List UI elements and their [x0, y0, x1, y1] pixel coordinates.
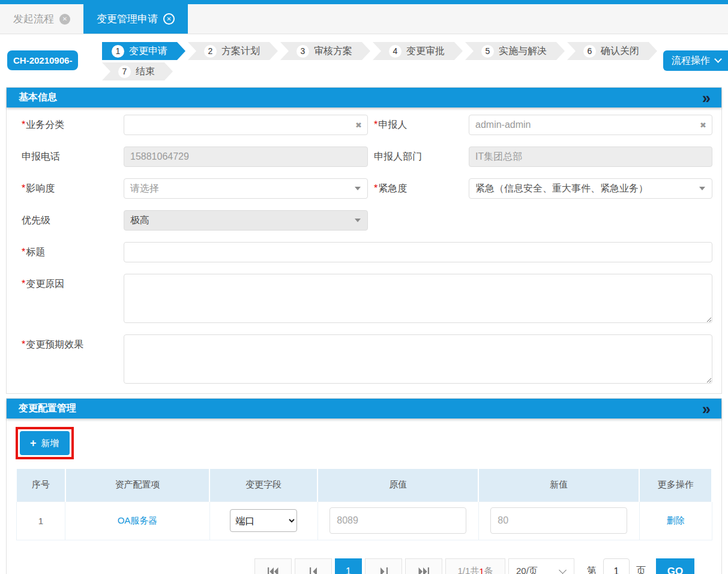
- form-row: *业务分类 ✖ *申报人 ✖: [16, 115, 712, 135]
- required-asterisk: *: [22, 183, 25, 193]
- column-header-field: 变更字段: [209, 469, 317, 501]
- basic-info-section: 基本信息 » *业务分类 ✖ *申报人 ✖: [6, 87, 722, 394]
- config-items-table: 序号 资产配置项 变更字段 原值 新值 更多操作 1 OA服务器: [16, 469, 712, 540]
- page-size-select[interactable]: 20/页: [508, 558, 574, 574]
- collapse-icon[interactable]: »: [702, 89, 709, 107]
- clear-icon[interactable]: ✖: [700, 121, 706, 130]
- expected-effect-group: *变更预期效果: [16, 334, 712, 384]
- tab-bar: 发起流程 ✕ 变更管理申请 ✕: [0, 4, 728, 34]
- change-config-header: 变更配置管理 »: [7, 399, 721, 418]
- field-label: *申报人: [368, 115, 469, 131]
- impact-group: *影响度 请选择: [16, 178, 368, 199]
- collapse-icon[interactable]: »: [702, 400, 709, 418]
- expected-effect-textarea[interactable]: [124, 334, 712, 384]
- change-field-select[interactable]: 端口: [230, 509, 297, 532]
- urgency-group: *紧急度 紧急（信息安全、重大事件、紧急业务）: [368, 178, 712, 199]
- last-page-icon: [418, 567, 429, 574]
- step-plan[interactable]: 2 方案计划: [188, 42, 278, 60]
- table-header-row: 序号 资产配置项 变更字段 原值 新值 更多操作: [16, 469, 712, 501]
- next-page-icon: [380, 567, 388, 574]
- new-value-input[interactable]: [490, 507, 627, 534]
- next-page-button[interactable]: [365, 558, 402, 574]
- asset-link[interactable]: OA服务器: [118, 515, 158, 525]
- required-asterisk: *: [374, 119, 378, 130]
- tab-close-icon[interactable]: ✕: [59, 14, 70, 25]
- field-label: *变更原因: [16, 274, 124, 291]
- column-header-seq: 序号: [16, 469, 65, 501]
- delete-link[interactable]: 删除: [667, 515, 685, 525]
- priority-select: 极高: [124, 210, 368, 231]
- step-end[interactable]: 7 结束: [102, 62, 173, 80]
- form-row: *变更原因: [16, 274, 712, 323]
- report-phone-group: 申报电话: [16, 147, 368, 167]
- table-row: 1 OA服务器 端口: [16, 501, 712, 540]
- field-label: *紧急度: [368, 178, 469, 195]
- required-asterisk: *: [22, 119, 25, 130]
- prev-page-button[interactable]: [295, 558, 332, 574]
- field-cell: 端口: [209, 501, 317, 540]
- asset-cell: OA服务器: [65, 501, 209, 540]
- field-label: *标题: [16, 242, 124, 259]
- dropdown-arrow-icon: [699, 187, 705, 190]
- department-input: [469, 147, 712, 167]
- first-page-icon: [268, 567, 278, 574]
- goto-page-input[interactable]: [603, 558, 630, 574]
- section-title: 变更配置管理: [19, 402, 76, 415]
- old-value-input[interactable]: [329, 507, 466, 534]
- process-actions-button[interactable]: 流程操作: [663, 50, 728, 71]
- change-reason-textarea[interactable]: [124, 274, 712, 323]
- urgency-select[interactable]: 紧急（信息安全、重大事件、紧急业务）: [469, 178, 712, 199]
- process-actions-label: 流程操作: [672, 55, 710, 67]
- workflow-steps-row-1: 1 变更申请 2 方案计划 3 审核方案 4 变更审批 5 实施与解决: [102, 42, 728, 60]
- step-implement-resolve[interactable]: 5 实施与解决: [465, 42, 565, 60]
- prev-page-icon: [310, 567, 317, 574]
- dropdown-arrow-icon: [355, 219, 361, 222]
- add-button-red-highlight: + 新增: [16, 427, 74, 459]
- pagination-summary: 1/1共1条: [445, 558, 505, 574]
- actions-cell: 删除: [639, 501, 712, 540]
- top-accent-bar: [0, 0, 728, 4]
- step-label: 变更审批: [406, 45, 445, 58]
- form-row: *影响度 请选择 *紧急度 紧急（信息安全、重大事件、紧急业务）: [16, 178, 712, 199]
- change-management-page: 发起流程 ✕ 变更管理申请 ✕ CH-20210906- 1 变更申请 2 方案…: [0, 0, 728, 574]
- change-code-badge: CH-20210906-: [7, 50, 78, 70]
- pagination: 1 1/1共1条 20/页 第 页 GO: [16, 558, 694, 574]
- old-value-cell: [317, 501, 478, 540]
- tab-change-management-request[interactable]: 变更管理申请 ✕: [83, 4, 188, 34]
- change-reason-group: *变更原因: [16, 274, 712, 323]
- add-config-item-button[interactable]: + 新增: [20, 431, 70, 455]
- tab-initiate-process[interactable]: 发起流程 ✕: [0, 4, 83, 34]
- field-label: 申报电话: [16, 147, 124, 163]
- report-phone-input: [124, 147, 368, 167]
- tab-close-icon[interactable]: ✕: [163, 13, 175, 25]
- impact-select[interactable]: 请选择: [124, 178, 368, 199]
- field-label: 优先级: [16, 210, 124, 227]
- workflow-steps: 1 变更申请 2 方案计划 3 审核方案 4 变更审批 5 实施与解决: [102, 34, 728, 80]
- basic-info-body: *业务分类 ✖ *申报人 ✖ 申报电话: [7, 107, 721, 393]
- field-label: 申报人部门: [368, 147, 469, 163]
- title-input[interactable]: [124, 242, 712, 262]
- plus-icon: +: [30, 438, 37, 449]
- field-label: *变更预期效果: [16, 334, 124, 351]
- step-number: 3: [296, 45, 309, 58]
- step-number: 7: [118, 65, 131, 78]
- current-page-button[interactable]: 1: [335, 558, 362, 574]
- new-value-cell: [478, 501, 639, 540]
- step-number: 6: [583, 45, 596, 58]
- business-category-input[interactable]: [124, 115, 368, 135]
- page-size-value: 20/页: [516, 566, 538, 574]
- step-change-approval[interactable]: 4 变更审批: [373, 42, 463, 60]
- step-label: 实施与解决: [499, 45, 547, 58]
- first-page-button[interactable]: [254, 558, 292, 574]
- go-button[interactable]: GO: [656, 558, 694, 574]
- applicant-input[interactable]: [469, 115, 712, 135]
- step-label: 结束: [136, 65, 155, 78]
- step-review-plan[interactable]: 3 审核方案: [280, 42, 370, 60]
- step-change-request[interactable]: 1 变更申请: [102, 42, 185, 60]
- form-row: *变更预期效果: [16, 334, 712, 384]
- step-confirm-close[interactable]: 6 确认关闭: [567, 42, 657, 60]
- clear-icon[interactable]: ✖: [355, 121, 362, 130]
- step-label: 审核方案: [314, 45, 352, 58]
- required-asterisk: *: [374, 183, 378, 193]
- last-page-button[interactable]: [405, 558, 442, 574]
